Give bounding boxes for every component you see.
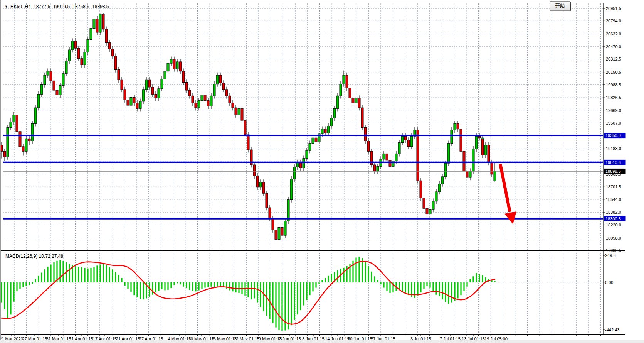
- candle-up: [161, 79, 163, 89]
- vertical-gridlines: [14, 3, 601, 334]
- candle-down: [133, 97, 135, 103]
- candle-down: [56, 90, 58, 95]
- candle-up: [447, 144, 450, 163]
- candle-down: [417, 130, 419, 181]
- candle-down: [404, 136, 407, 140]
- macd-axis-label: 0.00: [605, 280, 613, 285]
- candle-up: [293, 167, 296, 179]
- candle-down: [53, 81, 55, 90]
- candle-down: [367, 141, 370, 152]
- chart-plot-area[interactable]: 20951.520794.020632.020470.020312.520150…: [0, 0, 644, 343]
- candle-up: [34, 108, 37, 123]
- candle-down: [207, 101, 209, 106]
- candle-up: [25, 139, 27, 151]
- candle-up: [410, 136, 413, 147]
- candle-down: [148, 80, 151, 87]
- candle-up: [31, 123, 34, 141]
- candle-up: [65, 61, 67, 74]
- candle-down: [50, 71, 52, 81]
- candle-down: [182, 71, 185, 83]
- macd-axis-label: -442.43: [605, 328, 619, 332]
- candle-down: [188, 90, 191, 96]
- candle-up: [330, 118, 333, 126]
- candle-up: [309, 144, 311, 150]
- candle-up: [201, 95, 203, 100]
- price-axis-label: 19507.0: [606, 121, 621, 125]
- price-axis-label: 20150.5: [606, 70, 621, 74]
- candle-down: [420, 181, 422, 198]
- candle-up: [10, 122, 12, 127]
- candle-up: [435, 192, 437, 201]
- candle-down: [373, 165, 376, 171]
- candle-up: [441, 177, 444, 184]
- candle-down: [195, 103, 197, 108]
- candle-down: [124, 90, 126, 100]
- candle-down: [358, 98, 360, 108]
- candle-down: [225, 90, 228, 96]
- candle-down: [361, 108, 363, 127]
- candle-up: [71, 41, 74, 50]
- candle-down: [16, 115, 18, 132]
- candle-down: [352, 98, 354, 103]
- candle-down: [269, 208, 271, 219]
- candle-down: [253, 165, 256, 176]
- candle-down: [466, 171, 468, 177]
- candle-down: [463, 151, 465, 171]
- candle-up: [333, 108, 336, 118]
- candle-up: [238, 108, 240, 115]
- window-left-edge: [0, 0, 1, 340]
- candle-up: [259, 182, 262, 187]
- candle-up: [216, 75, 219, 84]
- price-axis-label: 19669.0: [606, 108, 621, 113]
- start-button[interactable]: 开始: [550, 1, 570, 11]
- candle-up: [383, 154, 385, 159]
- candle-up: [312, 138, 314, 143]
- candle-up: [340, 84, 342, 96]
- price-badge-label: 18300.5: [605, 216, 621, 221]
- window-bottom-strip: [0, 340, 644, 343]
- candle-up: [454, 123, 456, 130]
- candle-down: [364, 128, 367, 141]
- candle-down: [423, 198, 425, 208]
- candle-down: [299, 162, 302, 168]
- candle-down: [108, 43, 111, 49]
- candle-down: [151, 87, 154, 94]
- candle-down: [481, 138, 484, 155]
- candle-down: [118, 70, 120, 80]
- price-axis-label: 20794.0: [606, 19, 621, 23]
- price-axis-label: 18701.5: [606, 184, 621, 189]
- candle-up: [377, 166, 379, 171]
- candle-down: [262, 182, 265, 193]
- candle-up: [355, 98, 357, 103]
- candle-down: [173, 59, 175, 69]
- ohlc-low: 18768.5: [72, 4, 89, 9]
- candle-down: [275, 230, 277, 240]
- trend-arrow[interactable]: [500, 164, 516, 224]
- candle-up: [213, 84, 215, 96]
- price-axis-label: 18544.0: [606, 197, 621, 202]
- candle-up: [198, 101, 200, 108]
- price-axis-label: 20951.5: [606, 6, 621, 11]
- price-badge-label: 19350.0: [605, 133, 621, 138]
- candle-down: [127, 100, 129, 105]
- candle-down: [155, 94, 157, 98]
- red-arrow-head[interactable]: [504, 211, 516, 224]
- candle-up: [145, 80, 148, 90]
- candle-up: [164, 71, 166, 79]
- ohlc-high: 19019.5: [53, 4, 70, 9]
- candle-up: [87, 39, 89, 52]
- price-badge-label: 19010.6: [605, 160, 621, 165]
- macd-axis-label: 249.6: [605, 253, 616, 258]
- candle-down: [185, 82, 188, 90]
- candle-down: [281, 228, 283, 236]
- candle-down: [192, 96, 194, 103]
- candle-up: [395, 154, 397, 161]
- candle-up: [343, 75, 345, 84]
- chevron-down-icon[interactable]: ▼: [5, 5, 8, 8]
- candle-down: [114, 56, 117, 70]
- candle-down: [229, 96, 231, 103]
- candle-up: [44, 75, 46, 85]
- candle-up: [130, 97, 132, 105]
- price-axis-label: 18382.0: [606, 210, 621, 215]
- macd-axis: 249.60.00-442.43: [603, 253, 619, 332]
